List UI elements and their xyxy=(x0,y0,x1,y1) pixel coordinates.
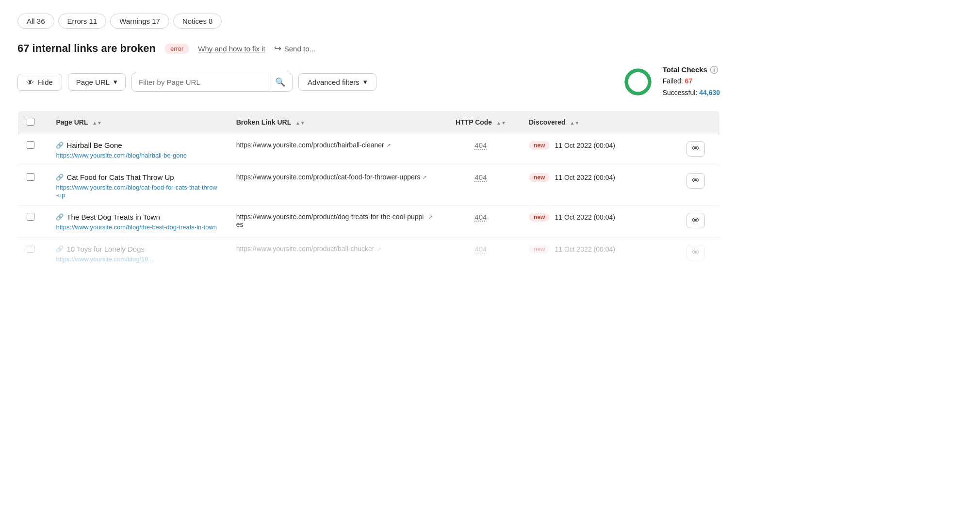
broken-url-cell: https://www.yoursite.com/product/hairbal… xyxy=(228,134,441,166)
new-badge: new xyxy=(529,245,550,254)
discovered-cell: new 11 Oct 2022 (00:04) xyxy=(520,206,678,238)
row-checkbox-2[interactable] xyxy=(27,213,34,221)
action-cell: 👁 xyxy=(678,166,719,206)
broken-link-header[interactable]: Broken Link URL ▲▼ xyxy=(228,111,441,134)
filter-tab-warnings[interactable]: Warnings 17 xyxy=(110,14,169,29)
page-url-link[interactable]: https://www.yoursite.com/blog/cat-food-f… xyxy=(56,184,217,199)
row-checkbox-cell xyxy=(18,206,48,238)
page-title-text: Cat Food for Cats That Throw Up xyxy=(66,173,174,181)
sort-http-icon[interactable]: ▲▼ xyxy=(496,120,506,126)
eye-icon: 👁 xyxy=(27,78,34,86)
external-link-icon: 🔗 xyxy=(56,174,64,181)
broken-url-text: https://www.yoursite.com/product/cat-foo… xyxy=(236,173,421,181)
action-cell: 👁 xyxy=(678,134,719,166)
page-url-link[interactable]: https://www.yoursite.com/blog/hairball-b… xyxy=(56,152,187,159)
action-cell: 👁 xyxy=(678,206,719,238)
page-title-text: 10 Toys for Lonely Dogs xyxy=(66,245,145,253)
filter-tab-all[interactable]: All 36 xyxy=(17,14,54,29)
view-button-2[interactable]: 👁 xyxy=(686,213,705,228)
broken-url-text: https://www.yoursite.com/product/ball-ch… xyxy=(236,245,375,253)
row-checkbox-0[interactable] xyxy=(27,141,34,149)
broken-url-text: https://www.yoursite.com/product/dog-tre… xyxy=(236,213,426,228)
page-url-cell: 🔗 Cat Food for Cats That Throw Up https:… xyxy=(47,166,227,206)
new-badge: new xyxy=(529,213,550,222)
http-code-cell: 404 xyxy=(441,134,520,166)
broken-url-cell: https://www.yoursite.com/product/ball-ch… xyxy=(228,238,441,270)
hide-button[interactable]: 👁 Hide xyxy=(17,74,62,91)
row-checkbox-1[interactable] xyxy=(27,173,34,181)
select-all-checkbox[interactable] xyxy=(27,118,34,126)
eye-icon-2: 👁 xyxy=(692,216,700,225)
discovered-cell: new 11 Oct 2022 (00:04) xyxy=(520,134,678,166)
external-link-icon: 🔗 xyxy=(56,245,64,253)
select-all-header xyxy=(18,111,48,134)
row-checkbox-cell xyxy=(18,134,48,166)
donut-chart xyxy=(623,67,653,97)
broken-ext-icon: ↗ xyxy=(386,142,391,149)
broken-ext-icon: ↗ xyxy=(376,246,381,253)
broken-ext-icon: ↗ xyxy=(422,174,427,181)
http-code-header[interactable]: HTTP Code ▲▼ xyxy=(441,111,520,134)
sort-page-url-icon[interactable]: ▲▼ xyxy=(92,120,102,126)
page-url-cell: 🔗 Hairball Be Gone https://www.yoursite.… xyxy=(47,134,227,166)
page-title: 67 internal links are broken xyxy=(17,42,156,55)
action-cell: 👁 xyxy=(678,238,719,270)
table-row: 🔗 The Best Dog Treats in Town https://ww… xyxy=(18,206,720,238)
filter-tab-notices[interactable]: Notices 8 xyxy=(173,14,222,29)
broken-url-cell: https://www.yoursite.com/product/cat-foo… xyxy=(228,166,441,206)
external-link-icon: 🔗 xyxy=(56,213,64,221)
header-row: 67 internal links are broken error Why a… xyxy=(17,42,720,55)
view-button-1[interactable]: 👁 xyxy=(686,173,705,189)
discovered-cell: new 11 Oct 2022 (00:04) xyxy=(520,238,678,270)
broken-url-cell: https://www.yoursite.com/product/dog-tre… xyxy=(228,206,441,238)
action-header xyxy=(678,111,719,134)
page-url-link[interactable]: https://www.yoursite.com/blog/10... xyxy=(56,256,153,263)
search-icon: 🔍 xyxy=(275,78,285,87)
advanced-filters-button[interactable]: Advanced filters ▾ xyxy=(298,73,376,91)
http-code-value: 404 xyxy=(474,141,487,149)
eye-icon-0: 👁 xyxy=(692,144,700,153)
discovered-header[interactable]: Discovered ▲▼ xyxy=(520,111,678,134)
chevron-down-icon-2: ▾ xyxy=(363,78,367,86)
results-table: Page URL ▲▼ Broken Link URL ▲▼ HTTP Code… xyxy=(17,111,720,270)
info-icon[interactable]: i xyxy=(710,66,718,74)
discovered-cell: new 11 Oct 2022 (00:04) xyxy=(520,166,678,206)
page-url-link[interactable]: https://www.yoursite.com/blog/the-best-d… xyxy=(56,224,217,231)
http-code-cell: 404 xyxy=(441,238,520,270)
filter-tab-errors[interactable]: Errors 11 xyxy=(58,14,107,29)
table-row: 🔗 Hairball Be Gone https://www.yoursite.… xyxy=(18,134,720,166)
view-button-0[interactable]: 👁 xyxy=(686,141,705,157)
broken-ext-icon: ↗ xyxy=(428,214,433,221)
page-title-text: Hairball Be Gone xyxy=(66,141,122,149)
page-url-dropdown[interactable]: Page URL ▾ xyxy=(68,73,126,91)
http-code-value: 404 xyxy=(474,213,487,221)
sort-discovered-icon[interactable]: ▲▼ xyxy=(570,120,579,126)
table-row: 🔗 10 Toys for Lonely Dogs https://www.yo… xyxy=(18,238,720,270)
page-title-text: The Best Dog Treats in Town xyxy=(66,213,160,221)
row-checkbox-cell xyxy=(18,238,48,270)
sort-broken-link-icon[interactable]: ▲▼ xyxy=(295,120,305,126)
http-code-cell: 404 xyxy=(441,166,520,206)
external-link-icon: 🔗 xyxy=(56,142,64,149)
http-code-cell: 404 xyxy=(441,206,520,238)
send-to-icon: ↪ xyxy=(274,43,281,54)
broken-url-text: https://www.yoursite.com/product/hairbal… xyxy=(236,141,384,149)
row-checkbox-3[interactable] xyxy=(27,245,34,253)
page-url-cell: 🔗 The Best Dog Treats in Town https://ww… xyxy=(47,206,227,238)
page-url-header[interactable]: Page URL ▲▼ xyxy=(47,111,227,134)
date-text: 11 Oct 2022 (00:04) xyxy=(555,142,615,149)
fix-link[interactable]: Why and how to fix it xyxy=(198,45,265,53)
filter-input[interactable] xyxy=(132,74,268,90)
row-checkbox-cell xyxy=(18,166,48,206)
date-text: 11 Oct 2022 (00:04) xyxy=(555,213,615,221)
filter-input-wrap: 🔍 xyxy=(131,73,293,92)
table-row: 🔗 Cat Food for Cats That Throw Up https:… xyxy=(18,166,720,206)
total-checks: Total Checks i Failed: 67 Successful: 44… xyxy=(623,65,720,99)
total-checks-title: Total Checks xyxy=(663,65,707,74)
send-to-button[interactable]: ↪ Send to... xyxy=(274,43,315,54)
page-url-cell: 🔗 10 Toys for Lonely Dogs https://www.yo… xyxy=(47,238,227,270)
search-button[interactable]: 🔍 xyxy=(268,73,292,91)
controls-row: 👁 Hide Page URL ▾ 🔍 Advanced filters ▾ xyxy=(17,65,720,99)
http-code-value: 404 xyxy=(474,173,487,181)
view-button-3[interactable]: 👁 xyxy=(686,245,705,260)
